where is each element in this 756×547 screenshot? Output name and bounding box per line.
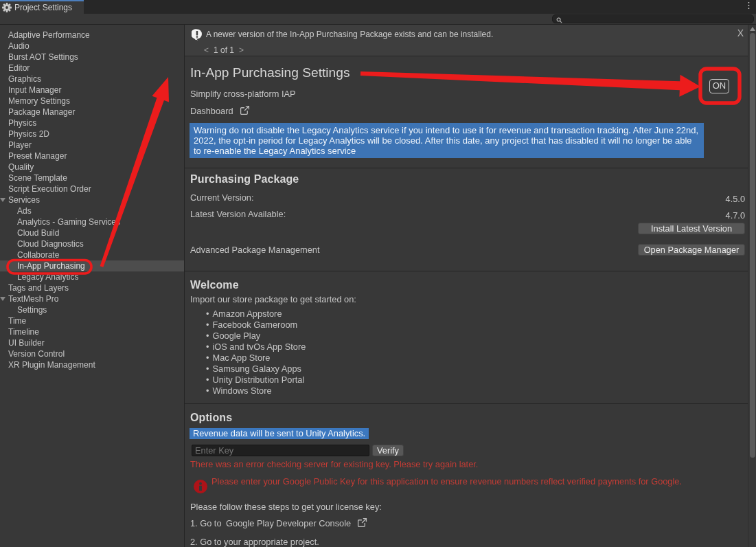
sidebar-item-package-manager[interactable]: Package Manager — [0, 107, 184, 118]
scrollbar-thumb[interactable] — [750, 33, 755, 458]
kebab-menu-icon[interactable]: ⋮ — [744, 0, 753, 11]
sidebar-item-physics[interactable]: Physics — [0, 118, 184, 129]
sidebar-item-collaborate[interactable]: Collaborate — [0, 249, 184, 260]
sidebar-item-physics-2d[interactable]: Physics 2D — [0, 129, 184, 139]
sidebar-item-label: TextMesh Pro — [8, 294, 58, 304]
page-title: In-App Purchasing Settings — [190, 65, 745, 80]
notification-bubble-icon — [192, 29, 203, 43]
sidebar-item-graphics[interactable]: Graphics — [0, 74, 184, 85]
sidebar-item-label: Services — [8, 195, 40, 205]
sidebar-item-quality[interactable]: Quality — [0, 161, 184, 172]
sidebar-item-label: Version Control — [8, 349, 65, 359]
dashboard-row: Dashboard — [190, 105, 745, 118]
options-heading: Options — [190, 412, 745, 424]
purchasing-package-heading: Purchasing Package — [190, 173, 745, 186]
enter-key-input[interactable] — [192, 445, 369, 456]
sidebar-item-ads[interactable]: Ads — [0, 205, 184, 216]
google-key-warning: Please enter your Google Public Key for … — [211, 476, 745, 487]
sidebar-item-label: Quality — [8, 162, 34, 172]
search-input[interactable] — [565, 15, 744, 23]
sidebar-item-label: Physics 2D — [8, 129, 49, 139]
sidebar-item-player[interactable]: Player — [0, 139, 184, 150]
sidebar-item-label: Burst AOT Settings — [8, 52, 78, 62]
store-list-item: Samsung Galaxy Apps — [190, 364, 745, 375]
sidebar-item-timeline[interactable]: Timeline — [0, 326, 184, 337]
main-panel: A newer version of the In-App Purchasing… — [185, 25, 748, 547]
sidebar-item-label: Collaborate — [17, 250, 59, 260]
search-icon — [556, 16, 562, 22]
gear-icon — [2, 3, 12, 12]
sidebar-item-label: Adaptive Performance — [8, 30, 90, 40]
section-divider — [185, 403, 748, 404]
legacy-analytics-warning: Warning do not disable the Legacy Analyt… — [190, 123, 704, 158]
simplify-iap-label: Simplify cross-platform IAP — [190, 89, 745, 99]
sidebar-item-label: Graphics — [8, 74, 41, 84]
scrollbar-up-arrow[interactable] — [750, 27, 755, 31]
sidebar-item-scene-template[interactable]: Scene Template — [0, 172, 184, 183]
store-list-item: Windows Store — [190, 386, 745, 397]
google-play-console-link[interactable]: Google Play Developer Console — [226, 518, 351, 528]
sidebar-item-cloud-build[interactable]: Cloud Build — [0, 227, 184, 238]
store-list-item: Mac App Store — [190, 353, 745, 364]
notification-bar: A newer version of the In-App Purchasing… — [185, 25, 748, 56]
sidebar-item-label: Timeline — [8, 327, 39, 337]
pager-next-button[interactable]: > — [239, 45, 244, 55]
sidebar-item-adaptive-performance[interactable]: Adaptive Performance — [0, 30, 184, 41]
foldout-open-icon[interactable] — [0, 198, 5, 202]
vertical-scrollbar — [748, 25, 756, 547]
sidebar-item-label: Ads — [17, 206, 32, 216]
notification-pager: < 1 of 1 > — [204, 45, 244, 55]
sidebar-item-label: In-App Purchasing — [17, 261, 85, 271]
steps-intro: Please follow these steps to get your li… — [190, 502, 745, 512]
verify-button[interactable]: Verify — [372, 445, 404, 456]
sidebar-item-legacy-analytics[interactable]: Legacy Analytics — [0, 271, 184, 282]
analytics-note: Revenue data will be sent to Unity Analy… — [190, 428, 369, 439]
pager-label: 1 of 1 — [214, 45, 234, 55]
sidebar-item-tags-and-layers[interactable]: Tags and Layers — [0, 282, 184, 293]
sidebar-item-services[interactable]: Services — [0, 194, 184, 205]
sidebar-item-input-manager[interactable]: Input Manager — [0, 85, 184, 96]
sidebar-item-preset-manager[interactable]: Preset Manager — [0, 150, 184, 161]
sidebar-item-version-control[interactable]: Version Control — [0, 348, 184, 359]
sidebar-item-in-app-purchasing[interactable]: In-App Purchasing — [0, 260, 184, 271]
latest-version-value: 4.7.0 — [726, 210, 745, 221]
tab-title: Project Settings — [14, 3, 72, 12]
install-latest-version-button[interactable]: Install Latest Version — [638, 223, 745, 234]
sidebar-item-analytics-gaming-services[interactable]: Analytics - Gaming Services — [0, 216, 184, 227]
welcome-heading: Welcome — [190, 279, 745, 291]
sidebar-item-label: Input Manager — [8, 85, 61, 95]
sidebar-item-memory-settings[interactable]: Memory Settings — [0, 96, 184, 107]
sidebar-item-label: Preset Manager — [8, 151, 67, 161]
sidebar-item-textmesh-pro[interactable]: TextMesh Pro — [0, 293, 184, 304]
sidebar-item-burst-aot-settings[interactable]: Burst AOT Settings — [0, 52, 184, 63]
sidebar-item-cloud-diagnostics[interactable]: Cloud Diagnostics — [0, 238, 184, 249]
sidebar-item-settings[interactable]: Settings — [0, 304, 184, 315]
sidebar-item-ui-builder[interactable]: UI Builder — [0, 337, 184, 348]
sidebar-item-editor[interactable]: Editor — [0, 63, 184, 74]
store-list-item: Facebook Gameroom — [190, 320, 745, 331]
open-package-manager-button[interactable]: Open Package Manager — [638, 244, 745, 256]
notification-close-button[interactable]: X — [737, 27, 744, 38]
search-box[interactable] — [552, 14, 754, 23]
sidebar-item-xr-plugin-management[interactable]: XR Plugin Management — [0, 359, 184, 370]
notification-message: A newer version of the In-App Purchasing… — [206, 30, 493, 39]
store-list-item: iOS and tvOs App Store — [190, 342, 745, 353]
tab-bar: Project Settings ⋮ — [0, 0, 756, 14]
step-2: 2. Go to your appropriate project. — [190, 537, 745, 547]
sidebar-item-label: XR Plugin Management — [8, 360, 95, 370]
iap-toggle-on-button[interactable]: ON — [709, 79, 729, 93]
latest-version-label: Latest Version Available: — [190, 209, 745, 219]
dashboard-link[interactable]: Dashboard — [190, 106, 233, 116]
sidebar-item-label: Time — [8, 316, 26, 326]
current-version-label: Current Version: — [190, 192, 745, 203]
foldout-open-icon[interactable] — [0, 297, 5, 301]
settings-category-list: Adaptive PerformanceAudioBurst AOT Setti… — [0, 25, 184, 547]
tab-project-settings[interactable]: Project Settings — [0, 0, 84, 14]
sidebar-item-label: Memory Settings — [8, 96, 70, 106]
store-list: Amazon AppstoreFacebook GameroomGoogle P… — [190, 309, 745, 397]
sidebar-item-time[interactable]: Time — [0, 315, 184, 326]
external-link-icon — [240, 105, 250, 118]
pager-prev-button[interactable]: < — [204, 45, 209, 55]
sidebar-item-audio[interactable]: Audio — [0, 41, 184, 52]
sidebar-item-script-execution-order[interactable]: Script Execution Order — [0, 183, 184, 194]
